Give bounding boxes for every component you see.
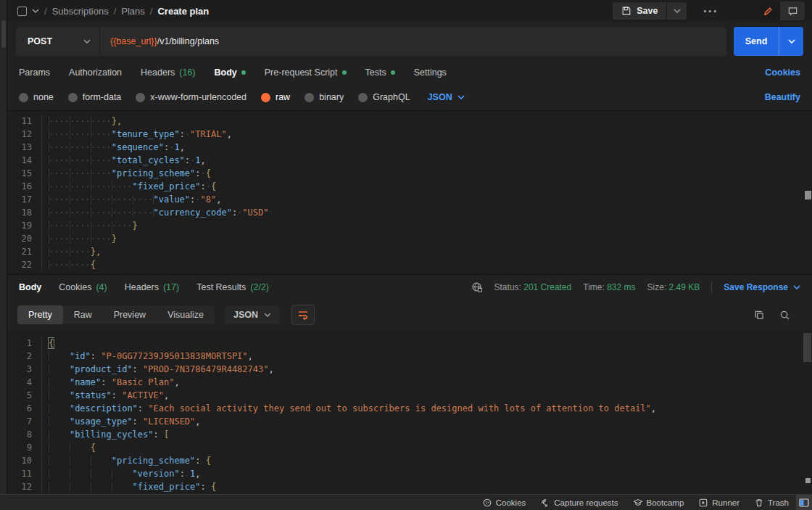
chevron-down-icon [264,313,271,317]
code-text: ············} [42,232,117,245]
wrap-lines-button[interactable] [291,305,315,325]
format-label: JSON [233,310,258,320]
code-line: 12············"tenure_type":·"TRIAL", [7,128,812,141]
code-text: { [42,337,54,350]
code-text: "id": "P-0GG77239J95013838MORTSPI", [42,350,253,363]
time-badge: Time: 832 ms [583,282,635,292]
scrollbar-thumb[interactable] [803,333,811,362]
line-number: 5 [7,389,42,402]
tab-label: Params [19,67,50,78]
pencil-icon [763,6,774,17]
statusbar-bootcamp-button[interactable]: Bootcamp [633,495,684,510]
code-text: "pricing_scheme": { [42,454,211,467]
body-mode-x-www-form-urlencoded[interactable]: x-www-form-urlencoded [136,92,246,102]
beautify-link[interactable]: Beautify [765,92,800,102]
statusbar-capture-requests-button[interactable]: Capture requests [540,495,618,510]
tab-headers[interactable]: Headers(16) [141,67,195,78]
body-mode-none[interactable]: none [19,92,54,102]
chevron-down-icon [788,39,795,44]
view-preview[interactable]: Preview [103,305,157,324]
url-input[interactable]: {{base_url}}/v1/billing/plans [100,27,726,56]
body-mode-binary[interactable]: binary [304,92,344,102]
toggle-two-pane-button[interactable] [796,495,812,510]
radio-icon[interactable] [261,93,270,102]
response-editor-scrollbar[interactable] [805,333,811,492]
send-button[interactable]: Send [734,27,779,56]
response-tab-body[interactable]: Body [19,282,41,292]
statusbar-trash-button[interactable]: Trash [754,495,789,510]
tab-count: (4) [96,282,107,292]
breadcrumb-item-subscriptions[interactable]: Subscriptions [52,6,109,17]
postman-app-window: / Subscriptions / Plans / Create plan Sa… [0,0,812,510]
save-options-chevron[interactable] [666,2,687,20]
code-text: ················"fixed_price":·{ [42,180,216,193]
tab-params[interactable]: Params [19,67,50,78]
edit-mode-button[interactable] [755,1,780,20]
code-text: "fixed_price": { [42,480,216,493]
search-icon[interactable] [779,310,790,321]
request-editor-scrollbar[interactable] [805,113,811,271]
view-visualize[interactable]: Visualize [157,305,215,324]
method-select[interactable]: POST [16,27,100,56]
statusbar-cookies-button[interactable]: Cookies [482,495,526,510]
radio-icon[interactable] [304,93,314,102]
line-number: 10 [7,454,42,467]
sidebar-drag-handle[interactable] [1,20,6,48]
response-tab-test-results[interactable]: Test Results(2/2) [196,282,269,292]
body-mode-label: form-data [83,92,122,102]
save-response-button[interactable]: Save Response [724,282,800,292]
copy-icon[interactable] [754,310,765,321]
radio-icon[interactable] [68,93,78,102]
tab-pre-request-script[interactable]: Pre-request Script [265,67,347,78]
more-options-button[interactable]: ••• [703,7,718,15]
size-badge: Size: 2.49 KB [647,282,700,292]
tab-tests[interactable]: Tests [365,67,395,78]
green-dot-indicator [241,70,246,75]
line-number: 11 [7,115,42,128]
url-variable: {{base_url}} [110,36,157,46]
response-meta: Status: 201 Created Time: 832 ms Size: 2… [471,281,800,293]
url-path: /v1/billing/plans [157,36,219,46]
chevron-down-icon[interactable] [32,9,39,13]
response-body-editor[interactable]: 1{2 "id": "P-0GG77239J95013838MORTSPI",3… [7,331,812,494]
cookies-link[interactable]: Cookies [765,67,800,78]
tab-authorization[interactable]: Authorization [69,67,122,78]
radio-icon[interactable] [136,93,145,102]
save-button[interactable]: Save [613,2,666,20]
code-line: 11 "version": 1, [7,467,812,480]
body-mode-form-data[interactable]: form-data [68,92,122,102]
tab-settings[interactable]: Settings [414,67,447,78]
globe-lock-icon[interactable] [471,281,483,293]
body-mode-raw[interactable]: raw [261,92,290,102]
line-number: 3 [7,363,42,376]
line-number: 2 [7,350,42,363]
statusbar-runner-button[interactable]: Runner [698,495,740,510]
send-options-chevron[interactable] [779,27,803,56]
code-line: 7 "usage_type": "LICENSED", [7,415,812,428]
line-number: 18 [7,206,42,219]
code-line: 13············"sequence":·1, [7,141,812,154]
tab-label: Headers [141,67,175,78]
raw-language-select[interactable]: JSON [428,92,465,102]
comments-button[interactable] [780,1,805,20]
collapsed-sidebar-rail[interactable] [0,0,7,494]
response-format-select[interactable]: JSON [225,305,280,324]
checkbox-icon[interactable] [17,7,27,16]
response-tab-cookies[interactable]: Cookies(4) [59,282,107,292]
body-mode-graphql[interactable]: GraphQL [358,92,410,102]
code-text: ············"total_cycles":·1, [42,154,206,167]
radio-icon[interactable] [19,93,28,102]
request-body-editor[interactable]: 11············},12············"tenure_ty… [7,110,812,274]
chevron-down-icon [793,285,800,289]
line-number: 13 [7,141,42,154]
view-raw[interactable]: Raw [63,305,103,324]
response-tool-icons [754,310,802,321]
scrollbar-thumb[interactable] [805,191,811,200]
response-tab-headers[interactable]: Headers(17) [125,282,179,292]
view-pretty[interactable]: Pretty [17,305,63,324]
radio-icon[interactable] [358,93,368,102]
tab-body[interactable]: Body [215,67,246,78]
code-text: ····················"value":·"8", [42,193,221,206]
line-number: 12 [7,128,42,141]
breadcrumb-item-plans[interactable]: Plans [121,6,145,17]
